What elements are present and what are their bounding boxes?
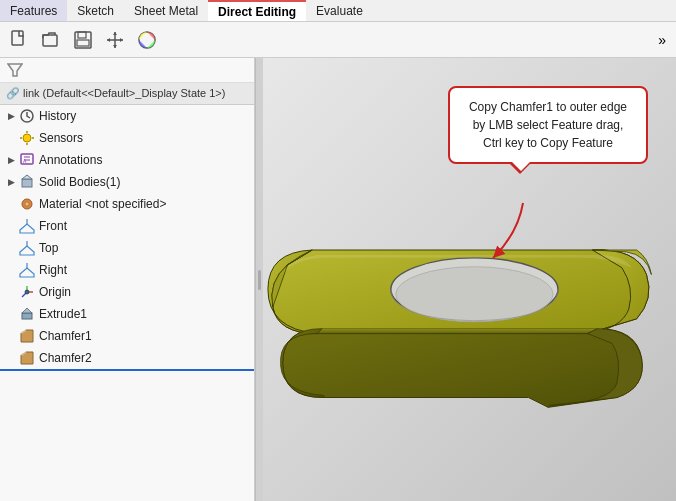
history-icon bbox=[18, 107, 36, 125]
sidebar-resize-handle[interactable] bbox=[255, 58, 263, 501]
tree-item-solid-bodies[interactable]: ▶ Solid Bodies(1) bbox=[0, 171, 254, 193]
tree-item-top[interactable]: Top bbox=[0, 237, 254, 259]
svg-rect-0 bbox=[12, 31, 23, 45]
tree-label-front: Front bbox=[39, 219, 67, 233]
svg-marker-7 bbox=[113, 32, 117, 35]
tree-label-material: Material <not specified> bbox=[39, 197, 166, 211]
arrow-annotations: ▶ bbox=[4, 153, 18, 167]
svg-rect-1 bbox=[43, 35, 57, 46]
feature-tree: ▶ History Sensors ▶ A Annotat bbox=[0, 105, 254, 501]
tree-label-history: History bbox=[39, 109, 76, 123]
right-plane-icon bbox=[18, 261, 36, 279]
menu-features[interactable]: Features bbox=[0, 0, 67, 21]
svg-point-14 bbox=[23, 134, 31, 142]
svg-point-44 bbox=[396, 267, 553, 322]
tree-item-chamfer2[interactable]: Chamfer2 bbox=[0, 347, 254, 371]
svg-marker-31 bbox=[20, 268, 34, 277]
filter-icon[interactable] bbox=[6, 61, 24, 79]
save-file-button[interactable] bbox=[68, 26, 98, 54]
menu-bar: Features Sketch Sheet Metal Direct Editi… bbox=[0, 0, 676, 22]
svg-marker-8 bbox=[113, 45, 117, 48]
arrow-chamfer2 bbox=[4, 351, 18, 365]
arrow-history: ▶ bbox=[4, 109, 18, 123]
tree-item-front[interactable]: Front bbox=[0, 215, 254, 237]
tree-item-origin[interactable]: Origin bbox=[0, 281, 254, 303]
tree-item-history[interactable]: ▶ History bbox=[0, 105, 254, 127]
tree-label-origin: Origin bbox=[39, 285, 71, 299]
arrow-origin bbox=[4, 285, 18, 299]
sidebar: 🔗 link (Default<<Default>_Display State … bbox=[0, 58, 255, 501]
toolbar: » bbox=[0, 22, 676, 58]
tree-label-extrude1: Extrude1 bbox=[39, 307, 87, 321]
tree-label-top: Top bbox=[39, 241, 58, 255]
color-button[interactable] bbox=[132, 26, 162, 54]
svg-marker-27 bbox=[20, 224, 34, 233]
arrow-chamfer1 bbox=[4, 329, 18, 343]
new-file-button[interactable] bbox=[4, 26, 34, 54]
arrow-extrude1 bbox=[4, 307, 18, 321]
sidebar-filter-row bbox=[0, 58, 254, 83]
arrow-solid-bodies: ▶ bbox=[4, 175, 18, 189]
svg-point-36 bbox=[25, 290, 29, 294]
tree-item-right[interactable]: Right bbox=[0, 259, 254, 281]
chamfer1-icon bbox=[18, 327, 36, 345]
svg-point-26 bbox=[25, 202, 29, 206]
svg-marker-10 bbox=[120, 38, 123, 42]
tree-item-extrude1[interactable]: Extrude1 bbox=[0, 303, 254, 325]
tree-item-material[interactable]: Material <not specified> bbox=[0, 193, 254, 215]
menu-sketch[interactable]: Sketch bbox=[67, 0, 124, 21]
tree-label-right: Right bbox=[39, 263, 67, 277]
3d-viewport[interactable]: Copy Chamfer1 to outer edge by LMB selec… bbox=[263, 58, 676, 501]
top-plane-icon bbox=[18, 239, 36, 257]
svg-text:A: A bbox=[23, 158, 27, 164]
tree-label-solid-bodies: Solid Bodies(1) bbox=[39, 175, 120, 189]
sidebar-header: 🔗 link (Default<<Default>_Display State … bbox=[0, 83, 254, 105]
annotations-icon: A bbox=[18, 151, 36, 169]
tree-item-annotations[interactable]: ▶ A Annotations bbox=[0, 149, 254, 171]
svg-rect-23 bbox=[22, 179, 32, 187]
menu-direct-editing[interactable]: Direct Editing bbox=[208, 0, 306, 21]
toolbar-more-button[interactable]: » bbox=[652, 32, 672, 48]
menu-evaluate[interactable]: Evaluate bbox=[306, 0, 373, 21]
origin-icon bbox=[18, 283, 36, 301]
extrude1-icon bbox=[18, 305, 36, 323]
tree-label-annotations: Annotations bbox=[39, 153, 102, 167]
tree-item-sensors[interactable]: Sensors bbox=[0, 127, 254, 149]
main-layout: 🔗 link (Default<<Default>_Display State … bbox=[0, 58, 676, 501]
tree-label-sensors: Sensors bbox=[39, 131, 83, 145]
arrow-right bbox=[4, 263, 18, 277]
arrow-sensors bbox=[4, 131, 18, 145]
arrow-top bbox=[4, 241, 18, 255]
tree-item-chamfer1[interactable]: Chamfer1 bbox=[0, 325, 254, 347]
callout-tooltip: Copy Chamfer1 to outer edge by LMB selec… bbox=[448, 86, 648, 164]
tree-label-chamfer1: Chamfer1 bbox=[39, 329, 92, 343]
solid-bodies-icon bbox=[18, 173, 36, 191]
sensors-icon bbox=[18, 129, 36, 147]
tree-label-chamfer2: Chamfer2 bbox=[39, 351, 92, 365]
svg-marker-38 bbox=[22, 308, 32, 313]
svg-marker-12 bbox=[8, 64, 22, 76]
arrow-material bbox=[4, 197, 18, 211]
callout-arrow bbox=[463, 193, 543, 273]
svg-marker-29 bbox=[20, 246, 34, 255]
menu-sheet-metal[interactable]: Sheet Metal bbox=[124, 0, 208, 21]
resize-indicator bbox=[258, 270, 261, 290]
arrow-front bbox=[4, 219, 18, 233]
svg-marker-24 bbox=[22, 175, 32, 179]
svg-rect-4 bbox=[77, 40, 89, 46]
svg-rect-37 bbox=[22, 313, 32, 319]
svg-rect-3 bbox=[78, 32, 86, 38]
chamfer2-icon bbox=[18, 349, 36, 367]
svg-marker-9 bbox=[107, 38, 110, 42]
move-button[interactable] bbox=[100, 26, 130, 54]
front-plane-icon bbox=[18, 217, 36, 235]
material-icon bbox=[18, 195, 36, 213]
open-file-button[interactable] bbox=[36, 26, 66, 54]
